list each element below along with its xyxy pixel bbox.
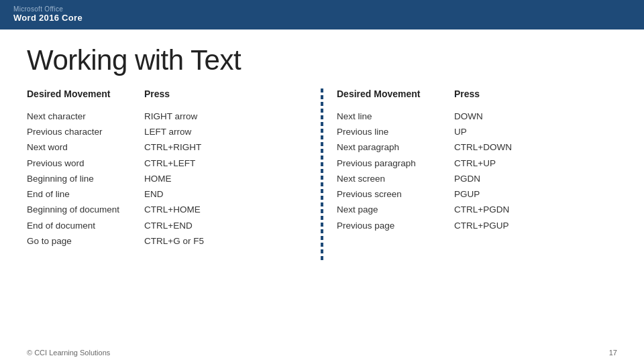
table-row: CTRL+G or F5 — [144, 233, 218, 249]
table-row: Beginning of line — [27, 171, 131, 186]
table-row: CTRL+HOME — [144, 202, 218, 217]
header-bar: Microsoft Office Word 2016 Core — [0, 0, 644, 29]
table-row: CTRL+PGDN — [454, 202, 528, 217]
table-row: Previous word — [27, 156, 131, 171]
left-press-header: Press — [144, 88, 218, 106]
table-row: CTRL+DOWN — [454, 139, 528, 155]
table-row: CTRL+END — [144, 218, 218, 233]
table-row: CTRL+UP — [454, 156, 528, 171]
page-title-section: Working with Text — [0, 29, 644, 88]
table-row: Go to page — [27, 233, 131, 249]
footer: © CCI Learning Solutions 17 — [0, 343, 644, 362]
table-row: Next paragraph — [337, 139, 441, 155]
table-row: Previous line — [337, 124, 441, 139]
table-row: PGDN — [454, 171, 528, 186]
table-row: End of document — [27, 218, 131, 233]
table-row: End of line — [27, 186, 131, 202]
left-press-col: Press RIGHT arrowLEFT arrowCTRL+RIGHTCTR… — [144, 88, 231, 263]
table-row: Previous page — [337, 218, 441, 233]
left-movement-col: Desired Movement Next characterPrevious … — [27, 88, 144, 263]
table-row: Next word — [27, 139, 131, 155]
table-row: CTRL+PGUP — [454, 218, 528, 233]
footer-copyright: © CCI Learning Solutions — [27, 349, 110, 357]
table-row: UP — [454, 124, 528, 139]
page-title: Working with Text — [27, 44, 617, 76]
table-row: END — [144, 186, 218, 202]
footer-page-number: 17 — [609, 349, 617, 357]
table-row: LEFT arrow — [144, 124, 218, 139]
right-movement-col: Desired Movement Next linePrevious lineN… — [337, 88, 454, 263]
left-movement-rows: Next characterPrevious characterNext wor… — [27, 109, 131, 249]
table-row: Previous screen — [337, 186, 441, 202]
left-press-rows: RIGHT arrowLEFT arrowCTRL+RIGHTCTRL+LEFT… — [144, 109, 218, 249]
content-area: Desired Movement Next characterPrevious … — [0, 88, 644, 263]
right-press-col: Press DOWNUPCTRL+DOWNCTRL+UPPGDNPGUPCTRL… — [454, 88, 541, 263]
table-row: PGUP — [454, 186, 528, 202]
left-movement-header: Desired Movement — [27, 88, 131, 106]
right-movement-header: Desired Movement — [337, 88, 441, 106]
table-row: CTRL+LEFT — [144, 156, 218, 171]
table-row: Next line — [337, 109, 441, 124]
column-divider — [321, 88, 323, 263]
table-row: CTRL+RIGHT — [144, 139, 218, 155]
table-row: Next screen — [337, 171, 441, 186]
right-table: Desired Movement Next linePrevious lineN… — [337, 88, 617, 263]
table-row: Beginning of document — [27, 202, 131, 217]
word-core-label: Word 2016 Core — [13, 13, 631, 23]
table-row: HOME — [144, 171, 218, 186]
left-table: Desired Movement Next characterPrevious … — [27, 88, 307, 263]
right-movement-rows: Next linePrevious lineNext paragraphPrev… — [337, 109, 441, 233]
ms-office-label: Microsoft Office — [13, 5, 631, 13]
table-row: Previous paragraph — [337, 156, 441, 171]
right-press-rows: DOWNUPCTRL+DOWNCTRL+UPPGDNPGUPCTRL+PGDNC… — [454, 109, 528, 233]
table-row: RIGHT arrow — [144, 109, 218, 124]
table-row: Next character — [27, 109, 131, 124]
right-press-header: Press — [454, 88, 528, 106]
table-row: Previous character — [27, 124, 131, 139]
table-row: DOWN — [454, 109, 528, 124]
table-row: Next page — [337, 202, 441, 217]
